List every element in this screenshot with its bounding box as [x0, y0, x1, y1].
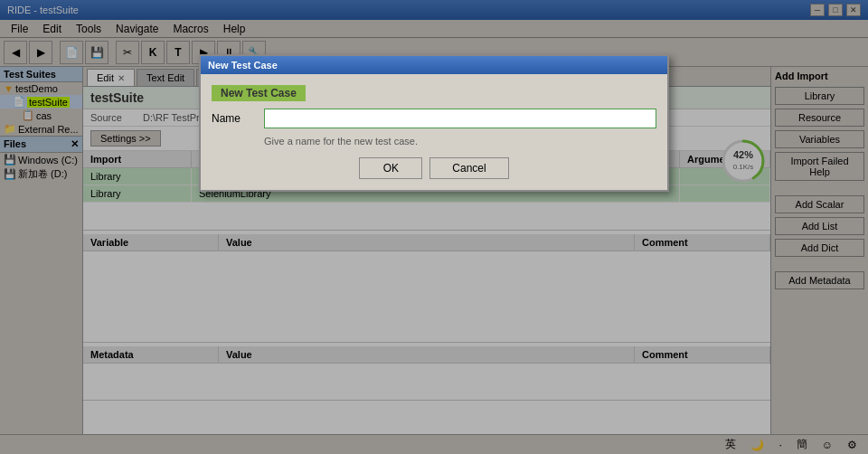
- dialog-body: New Test Case Name Give a name for the n…: [201, 74, 667, 190]
- dialog-title: New Test Case: [208, 60, 278, 71]
- dialog-name-label: Name: [212, 112, 257, 125]
- dialog-name-input[interactable]: [264, 109, 656, 128]
- dialog-title-tab: New Test Case: [212, 85, 306, 101]
- dialog-cancel-btn[interactable]: Cancel: [429, 157, 508, 179]
- dialog-buttons: OK Cancel: [212, 157, 656, 179]
- dialog-titlebar: New Test Case: [201, 56, 667, 74]
- new-test-case-dialog: New Test Case New Test Case Name Give a …: [199, 54, 669, 192]
- dialog-ok-btn[interactable]: OK: [359, 157, 422, 179]
- dialog-overlay: New Test Case New Test Case Name Give a …: [0, 0, 868, 454]
- dialog-hint: Give a name for the new test case.: [212, 136, 656, 147]
- dialog-name-field: Name: [212, 109, 656, 128]
